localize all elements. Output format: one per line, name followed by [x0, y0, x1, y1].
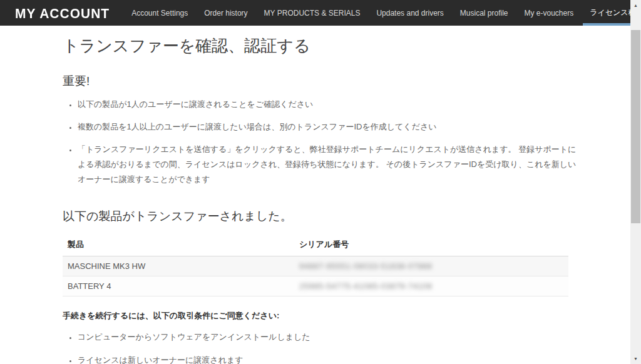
page-title: トランスファーを確認、認証する: [63, 35, 578, 57]
main-nav: Account Settings Order history MY PRODUC…: [123, 0, 641, 26]
redacted-serial-number: 94887-95551-08033-51838-07888: [299, 261, 433, 271]
important-heading: 重要!: [63, 73, 578, 89]
table-row: BATTERY 4 25985-54775-41085-03879-74108: [63, 276, 568, 296]
transferred-products-table: 製品 シリアル番号 MASCHINE MK3 HW 94887-95551-08…: [63, 233, 568, 296]
table-header-row: 製品 シリアル番号: [63, 233, 568, 256]
terms-heading: 手続きを続行するには、以下の取引条件にご同意ください:: [63, 310, 578, 321]
important-bullet: 以下の製品が1人のユーザーに譲渡されることをご確認ください: [78, 97, 578, 112]
vertical-scrollbar[interactable]: ▲ ▼: [630, 0, 641, 364]
product-name-cell: BATTERY 4: [63, 276, 294, 296]
nav-item-order-history[interactable]: Order history: [196, 0, 255, 26]
terms-bullet: コンピューターからソフトウェアをアンインストールしました: [78, 330, 578, 345]
nav-item-account-settings[interactable]: Account Settings: [123, 0, 196, 26]
scroll-down-icon[interactable]: ▼: [630, 353, 641, 364]
nav-item-e-vouchers[interactable]: My e-vouchers: [516, 0, 582, 26]
terms-bullet-list: コンピューターからソフトウェアをアンインストールしました ライセンスは新しいオー…: [78, 330, 578, 364]
important-bullet: 「トランスファーリクエストを送信する」をクリックすると、弊社登録サポートチームに…: [78, 142, 578, 187]
serial-number-cell: 94887-95551-08033-51838-07888: [294, 256, 568, 276]
nav-item-updates-drivers[interactable]: Updates and drivers: [368, 0, 451, 26]
transferred-products-heading: 以下の製品がトランスファーされました。: [63, 208, 578, 225]
product-name-cell: MASCHINE MK3 HW: [63, 256, 294, 276]
main-content: トランスファーを確認、認証する 重要! 以下の製品が1人のユーザーに譲渡されるこ…: [63, 26, 578, 364]
important-bullet: 複数の製品を1人以上のユーザーに譲渡したい場合は、別のトランスファーIDを作成し…: [78, 119, 578, 134]
table-row: MASCHINE MK3 HW 94887-95551-08033-51838-…: [63, 256, 568, 276]
important-bullet-list: 以下の製品が1人のユーザーに譲渡されることをご確認ください 複数の製品を1人以上…: [78, 97, 578, 187]
scroll-up-icon[interactable]: ▲: [630, 0, 641, 11]
column-header-serial: シリアル番号: [294, 233, 568, 256]
nav-item-products-serials[interactable]: MY PRODUCTS & SERIALS: [256, 0, 369, 26]
scrollbar-thumb[interactable]: [631, 30, 640, 223]
nav-item-musical-profile[interactable]: Musical profile: [452, 0, 516, 26]
serial-number-cell: 25985-54775-41085-03879-74108: [294, 276, 568, 296]
top-navigation-bar: MY ACCOUNT Account Settings Order histor…: [0, 0, 630, 26]
terms-bullet: ライセンスは新しいオーナーに譲渡されます: [78, 353, 578, 364]
redacted-serial-number: 25985-54775-41085-03879-74108: [299, 281, 433, 291]
my-account-logo[interactable]: MY ACCOUNT: [15, 5, 110, 21]
column-header-product: 製品: [63, 233, 294, 256]
